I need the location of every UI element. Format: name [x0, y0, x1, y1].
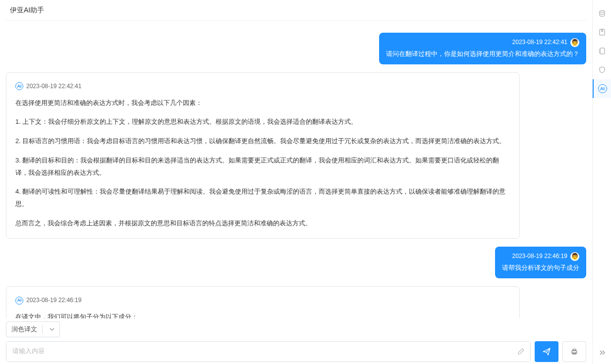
sidebar-item-bookmark[interactable]: [593, 23, 611, 42]
notebook-icon: [598, 47, 606, 55]
ai-message: AI 2023-08-19 22:46:19 在译文中，我们可以将句子分为以下成…: [6, 286, 520, 318]
ai-badge-icon: AI: [15, 297, 23, 305]
page-title-text: 伊亚AI助手: [10, 6, 44, 14]
user-avatar: 👨: [570, 38, 579, 47]
ai-message-paragraph: 在选择使用更简洁和准确的表达方式时，我会考虑以下几个因素：: [15, 97, 510, 109]
ai-message-paragraph: 2. 目标语言的习惯用语：我会考虑目标语言的习惯用语和表达习惯，以确保翻译更自然…: [15, 135, 510, 148]
user-avatar: 👨: [570, 252, 579, 261]
edit-icon[interactable]: [517, 347, 525, 357]
ai-message-paragraph: 3. 翻译的目标和目的：我会根据翻译的目标和目的来选择适当的表达方式。如果需要更…: [15, 155, 510, 179]
ai-message-paragraph: 1. 上下文：我会仔细分析原文的上下文，理解原文的意思和表达方式。根据原文的语境…: [15, 116, 510, 128]
divider: [42, 325, 43, 334]
ai-message-timestamp: 2023-08-19 22:46:19: [26, 295, 81, 306]
user-message-text: 请帮我分析译文的句子成分: [502, 263, 579, 273]
chevrons-right-icon: [598, 349, 606, 357]
shield-icon: [598, 66, 606, 74]
bookmark-icon: [598, 28, 606, 36]
user-message: 2023-08-19 22:46:19 👨 请帮我分析译文的句子成分: [495, 247, 586, 278]
sidebar-item-database[interactable]: [593, 4, 611, 23]
chat-scroll[interactable]: 2023-08-19 22:42:41 👨 请问在翻译过程中，你是如何选择使用更…: [6, 23, 586, 318]
ai-message-paragraph: 在译文中，我们可以将句子分为以下成分：: [15, 311, 510, 318]
user-message-timestamp: 2023-08-19 22:46:19: [512, 252, 567, 261]
printer-icon: [570, 348, 578, 356]
prompt-mode-label: 润色译文: [11, 325, 37, 334]
user-message: 2023-08-19 22:42:41 👨 请问在翻译过程中，你是如何选择使用更…: [379, 33, 586, 64]
ai-message-paragraph: 总而言之，我会综合考虑上述因素，并根据原文的意思和目标语言的特点选择更简洁和准确…: [15, 217, 510, 230]
send-icon: [542, 347, 551, 356]
chevron-down-icon: [50, 327, 55, 332]
svg-rect-1: [573, 349, 576, 351]
message-input-wrap: [6, 341, 531, 362]
sidebar-item-ai[interactable]: AI: [593, 79, 611, 98]
send-button[interactable]: [535, 341, 558, 362]
sidebar-item-notebook[interactable]: [593, 42, 611, 60]
svg-rect-4: [600, 29, 605, 35]
user-message-timestamp: 2023-08-19 22:42:41: [512, 38, 567, 47]
svg-point-3: [600, 10, 605, 12]
aux-button[interactable]: [562, 341, 586, 362]
sidebar-item-shield[interactable]: [593, 60, 611, 79]
ai-badge-icon: AI: [15, 82, 23, 90]
sidebar-item-expand[interactable]: [593, 345, 611, 364]
ai-message-timestamp: 2023-08-19 22:42:41: [26, 81, 81, 92]
ai-message: AI 2023-08-19 22:42:41 在选择使用更简洁和准确的表达方式时…: [6, 72, 520, 239]
right-sidebar: AI: [592, 0, 611, 364]
message-input[interactable]: [6, 342, 530, 362]
database-icon: [598, 9, 606, 17]
ai-message-paragraph: 4. 翻译的可读性和可理解性：我会尽量使翻译结果易于理解和阅读。我会避免使用过于…: [15, 186, 510, 210]
ai-icon: AI: [598, 84, 607, 93]
user-message-text: 请问在翻译过程中，你是如何选择使用更简介和准确的表达方式的？: [386, 49, 579, 59]
svg-rect-5: [600, 48, 605, 54]
page-title: 伊亚AI助手: [6, 0, 586, 21]
prompt-mode-dropdown[interactable]: 润色译文: [6, 321, 60, 337]
